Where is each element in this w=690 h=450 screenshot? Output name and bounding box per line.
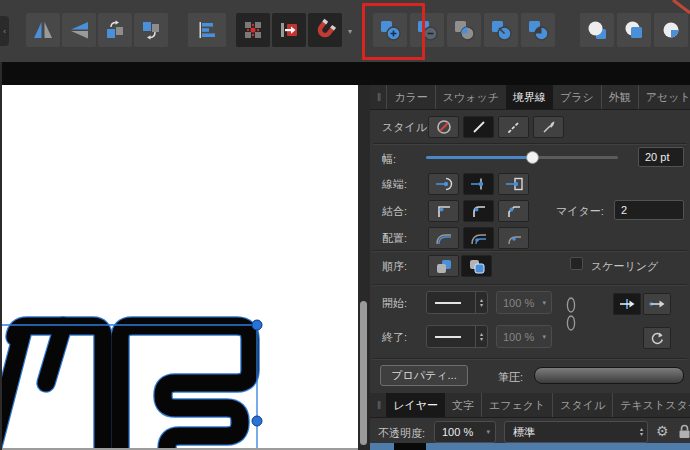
compound-intersect-button[interactable]	[654, 13, 688, 47]
flip-vertical-icon	[68, 19, 90, 41]
lock-icon[interactable]	[678, 424, 690, 439]
stroke-width-slider-thumb[interactable]	[526, 151, 539, 164]
cap-square-button[interactable]	[498, 173, 529, 195]
stroke-style-none-button[interactable]	[428, 116, 459, 138]
arrow-icon	[648, 298, 666, 310]
join-label: 結合:	[382, 204, 407, 219]
layer-settings-gear-icon[interactable]: ⚙	[656, 424, 669, 438]
arrow-with-tail-icon	[618, 298, 636, 310]
line-style-preview	[434, 299, 464, 307]
flip-horizontal-button[interactable]	[26, 13, 60, 47]
compound-merge-button[interactable]	[580, 13, 614, 47]
stroke-style-solid-button[interactable]	[463, 116, 494, 138]
tab-character[interactable]: 文字	[445, 393, 481, 417]
tab-layers[interactable]: レイヤー	[386, 393, 445, 417]
scaling-checkbox[interactable]	[570, 257, 583, 270]
boolean-divide-icon	[490, 19, 512, 41]
opacity-label: 不透明度:	[378, 426, 425, 441]
selected-layer-row[interactable]	[370, 443, 690, 450]
vertical-scrollbar[interactable]	[360, 301, 367, 445]
stroke-width-slider-fill	[426, 156, 532, 159]
order-label: 順序:	[382, 259, 407, 274]
tab-color[interactable]: カラー	[386, 85, 435, 109]
width-label: 幅:	[382, 152, 396, 167]
divider	[373, 358, 687, 359]
butt-cap-icon	[469, 177, 489, 191]
stroke-style-brush-button[interactable]	[533, 116, 564, 138]
snap-to-object-icon	[278, 19, 300, 41]
tab-stroke[interactable]: 境界線	[506, 85, 553, 109]
stepper-icon[interactable]: ▴ ▾	[475, 326, 487, 347]
join-round-button[interactable]	[463, 200, 494, 222]
document-canvas[interactable]	[0, 85, 358, 450]
pressure-label: 筆圧:	[498, 370, 523, 385]
boolean-divide-button[interactable]	[484, 13, 518, 47]
artwork-letters	[0, 85, 358, 448]
flip-vertical-button[interactable]	[62, 13, 96, 47]
order-front-button[interactable]	[461, 255, 492, 277]
tab-swatches[interactable]: スウォッチ	[435, 85, 506, 109]
properties-button[interactable]: プロパティ...	[380, 365, 468, 386]
compound-intersect-icon	[660, 19, 682, 41]
panel-grip-icon[interactable]: ‖	[370, 393, 386, 417]
order-behind-button[interactable]	[428, 255, 459, 277]
cap-round-button[interactable]	[428, 173, 459, 195]
blend-mode-dropdown[interactable]: 標準 ▴ ▾	[504, 421, 648, 443]
pressure-profile-field[interactable]	[534, 367, 684, 384]
rotate-ccw-button[interactable]	[98, 13, 132, 47]
snap-to-object-button[interactable]	[272, 13, 306, 47]
align-center-icon	[435, 230, 453, 246]
grid-button[interactable]	[236, 13, 270, 47]
rotate-cw-button[interactable]	[134, 13, 168, 47]
snapping-options-dropdown[interactable]: ▾	[348, 27, 352, 36]
layers-panel-tabbar: ‖ レイヤー 文字 エフェクト スタイル テキストスタイル ≡ ▾	[370, 393, 690, 418]
tab-styles[interactable]: スタイル	[552, 393, 612, 417]
tab-effects[interactable]: エフェクト	[481, 393, 552, 417]
cap-butt-button[interactable]	[463, 173, 494, 195]
align-center-button[interactable]	[428, 227, 459, 249]
style-label: スタイル:	[382, 120, 430, 135]
bevel-join-icon	[505, 203, 523, 219]
affinity-app-window: ‹	[0, 0, 690, 450]
start-pressure-pct-dropdown[interactable]: 100 % ▾	[496, 291, 552, 314]
collapse-chevron-icon: ‹	[3, 27, 6, 36]
arrow-end-button[interactable]	[643, 293, 671, 315]
opacity-dropdown[interactable]: 100 % ▾	[434, 421, 496, 443]
boolean-xor-button[interactable]	[521, 13, 555, 47]
panel-grip-icon[interactable]: ‖	[370, 85, 386, 109]
stroke-width-field[interactable]: 20 pt	[638, 147, 684, 167]
magnet-snapping-button[interactable]	[308, 13, 342, 47]
align-outside-icon	[505, 230, 523, 246]
align-inside-icon	[470, 230, 488, 246]
brush-icon	[541, 119, 557, 135]
tab-brushes[interactable]: ブラシ	[553, 85, 601, 109]
join-miter-button[interactable]	[428, 200, 459, 222]
stroke-panel-tabbar: ‖ カラー スウォッチ 境界線 ブラシ 外観 アセット	[370, 85, 690, 110]
magnet-icon	[310, 15, 341, 46]
tab-appearance[interactable]: 外観	[601, 85, 638, 109]
compound-merge-icon	[586, 19, 608, 41]
toolbar-shadow-strip	[0, 62, 690, 85]
stroke-width-slider[interactable]	[426, 156, 618, 159]
end-pressure-pct-dropdown[interactable]: 100 % ▾	[496, 325, 552, 348]
stepper-icon[interactable]: ▴ ▾	[475, 292, 487, 313]
boolean-intersect-button[interactable]	[447, 13, 481, 47]
compound-subtract-button[interactable]	[617, 13, 651, 47]
tab-text-styles[interactable]: テキストスタイル	[612, 393, 690, 417]
start-line-style-dropdown[interactable]: ▴ ▾	[426, 291, 488, 314]
align-inside-button[interactable]	[463, 227, 494, 249]
join-bevel-button[interactable]	[498, 200, 529, 222]
chevron-down-icon: ▾	[542, 299, 551, 307]
swap-arrows-button[interactable]	[643, 327, 671, 349]
tab-assets[interactable]: アセット	[638, 85, 690, 109]
align-outside-button[interactable]	[498, 227, 529, 249]
stroke-style-dash-button[interactable]	[498, 116, 529, 138]
round-cap-icon	[434, 177, 454, 191]
end-line-style-dropdown[interactable]: ▴ ▾	[426, 325, 488, 348]
stepper-icon[interactable]: ▴ ▾	[636, 422, 647, 442]
miter-field[interactable]: 2	[614, 200, 684, 220]
alignment-button[interactable]	[188, 13, 226, 47]
toolbar-collapse-handle[interactable]: ‹	[0, 16, 9, 46]
link-start-end-icon[interactable]	[564, 293, 578, 337]
arrow-start-button[interactable]	[613, 293, 641, 315]
